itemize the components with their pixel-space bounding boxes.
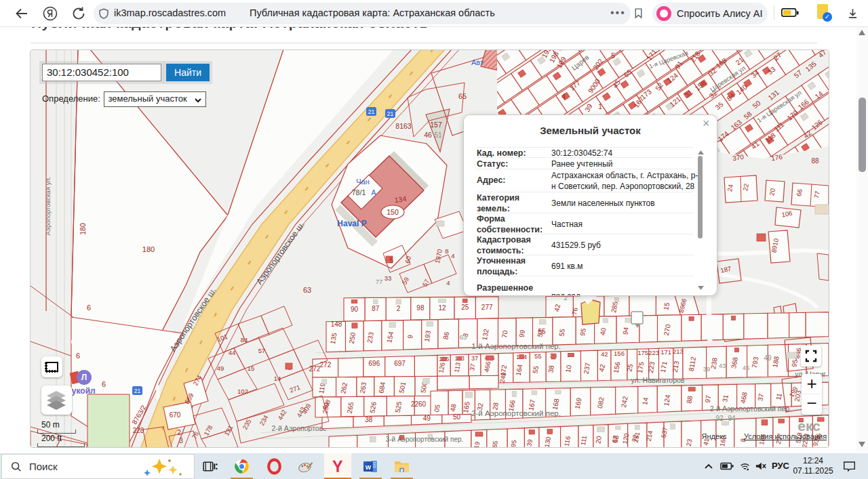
svg-text:3: 3 <box>179 437 183 444</box>
svg-text:Чан: Чан <box>356 178 370 186</box>
svg-text:55: 55 <box>538 328 546 335</box>
svg-text:37: 37 <box>468 363 477 371</box>
svg-text:49: 49 <box>764 354 772 362</box>
svg-text:102: 102 <box>237 388 248 395</box>
svg-text:Л: Л <box>81 373 87 382</box>
svg-text:94: 94 <box>728 415 736 422</box>
svg-text:277: 277 <box>481 304 493 311</box>
svg-text:213: 213 <box>673 348 684 355</box>
svg-text:8163: 8163 <box>395 122 412 130</box>
svg-text:51: 51 <box>434 131 442 139</box>
svg-text:87: 87 <box>372 305 380 312</box>
svg-text:92: 92 <box>715 415 724 422</box>
svg-text:ул. Навигаторов: ул. Навигаторов <box>631 376 685 384</box>
svg-text:134: 134 <box>394 194 407 204</box>
svg-text:39: 39 <box>525 438 534 446</box>
svg-text:Аэропортовская ул.: Аэропортовская ул. <box>44 177 52 236</box>
svg-text:21: 21 <box>387 110 394 117</box>
svg-text:4: 4 <box>446 279 450 287</box>
svg-text:39: 39 <box>703 365 711 373</box>
svg-text:45: 45 <box>743 364 750 371</box>
svg-text:2-й Аэропортовский пер.: 2-й Аэропортовский пер. <box>471 409 561 417</box>
svg-text:Авт: Авт <box>471 58 484 66</box>
svg-text:150: 150 <box>387 208 399 216</box>
svg-text:228: 228 <box>133 427 144 434</box>
svg-text:22: 22 <box>741 183 750 192</box>
svg-text:272: 272 <box>320 361 332 369</box>
svg-text:20: 20 <box>768 188 776 196</box>
svg-text:95: 95 <box>509 439 518 447</box>
svg-text:2-й Аэропортовс: 2-й Аэропортовс <box>272 424 327 432</box>
svg-text:223: 223 <box>648 349 659 356</box>
svg-text:49: 49 <box>423 415 431 422</box>
svg-text:Условия использования: Условия использования <box>744 432 827 440</box>
svg-text:екс: екс <box>797 418 821 434</box>
svg-text:5: 5 <box>389 257 393 264</box>
svg-text:157: 157 <box>430 121 442 129</box>
svg-text:77: 77 <box>812 190 821 199</box>
svg-text:76: 76 <box>570 307 579 315</box>
svg-text:175: 175 <box>637 349 648 356</box>
svg-text:6: 6 <box>87 304 91 312</box>
svg-text:98: 98 <box>416 304 425 312</box>
svg-text:24: 24 <box>726 184 734 192</box>
svg-text:5: 5 <box>611 52 615 60</box>
svg-text:78/1: 78/1 <box>352 188 366 196</box>
svg-text:180: 180 <box>142 245 155 253</box>
svg-text:23: 23 <box>685 438 694 446</box>
svg-text:697: 697 <box>394 360 406 367</box>
svg-text:42: 42 <box>601 350 608 358</box>
svg-text:65: 65 <box>490 440 499 448</box>
svg-text:60: 60 <box>403 255 412 264</box>
svg-text:57: 57 <box>258 347 266 354</box>
svg-text:4: 4 <box>451 252 454 259</box>
svg-text:50: 50 <box>453 413 461 421</box>
svg-text:25: 25 <box>461 304 469 311</box>
svg-text:4: 4 <box>561 93 566 100</box>
svg-text:63: 63 <box>303 286 311 294</box>
svg-text:670: 670 <box>170 411 181 419</box>
svg-text:180: 180 <box>79 223 87 235</box>
svg-text:38: 38 <box>365 416 373 423</box>
svg-text:3-й Аэропортовский пер.: 3-й Аэропортовский пер. <box>386 436 464 443</box>
svg-text:Haval P: Haval P <box>337 219 366 228</box>
svg-text:21: 21 <box>134 388 141 394</box>
svg-text:46: 46 <box>424 131 432 139</box>
svg-text:171: 171 <box>660 348 671 356</box>
svg-text:33: 33 <box>384 274 392 282</box>
svg-text:21: 21 <box>368 108 375 115</box>
svg-text:А: А <box>371 188 376 196</box>
svg-text:43: 43 <box>719 362 726 369</box>
svg-text:66: 66 <box>795 188 804 197</box>
svg-text:2: 2 <box>177 429 181 436</box>
svg-text:49: 49 <box>217 365 224 372</box>
svg-text:8: 8 <box>445 247 448 255</box>
svg-text:272: 272 <box>309 365 321 373</box>
svg-text:2260: 2260 <box>411 400 427 408</box>
svg-text:6: 6 <box>102 380 106 388</box>
svg-text:2-й Аэропортовский пер.: 2-й Аэропортовский пер. <box>710 404 791 413</box>
svg-text:2: 2 <box>397 305 401 312</box>
svg-text:1: 1 <box>598 103 602 110</box>
svg-text:88: 88 <box>811 157 819 165</box>
svg-text:37: 37 <box>471 355 478 362</box>
svg-text:63: 63 <box>460 333 467 341</box>
svg-text:W: W <box>366 464 372 471</box>
svg-text:90: 90 <box>351 306 359 313</box>
svg-text:696: 696 <box>369 360 380 367</box>
svg-text:15: 15 <box>248 365 255 372</box>
svg-text:12: 12 <box>438 304 446 312</box>
svg-text:77: 77 <box>376 278 383 285</box>
svg-text:55: 55 <box>534 352 542 360</box>
svg-text:1-й Аэропортовский пер.: 1-й Аэропортовский пер. <box>471 342 561 350</box>
svg-text:156: 156 <box>614 350 625 357</box>
svg-text:Яндекс: Яндекс <box>702 432 727 440</box>
svg-text:65: 65 <box>458 92 467 100</box>
svg-text:67: 67 <box>610 435 619 443</box>
svg-text:148: 148 <box>331 320 342 328</box>
svg-text:6: 6 <box>76 352 80 360</box>
